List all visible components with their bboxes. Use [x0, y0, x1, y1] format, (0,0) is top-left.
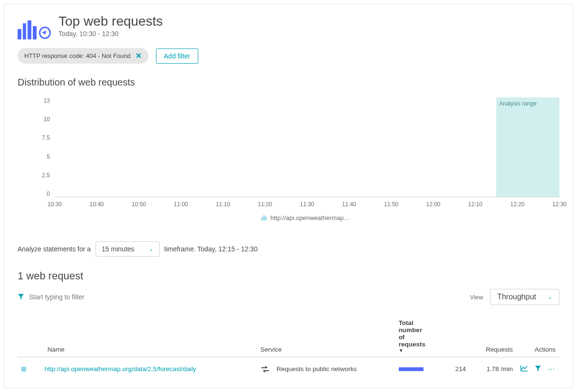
section-title: Distribution of web requests	[18, 77, 559, 88]
analyze-timeframe-dropdown[interactable]: 15 minutes ⌄	[96, 241, 159, 257]
filter-action-icon[interactable]	[535, 365, 541, 373]
view-value: Throughput	[497, 293, 536, 301]
requests-value: 1.78 /min	[470, 357, 517, 381]
header-icon	[18, 17, 51, 39]
close-icon[interactable]: ✕	[135, 51, 142, 60]
analyze-suffix: timeframe. Today, 12:15 - 12:30	[164, 245, 258, 253]
funnel-icon	[18, 293, 24, 301]
request-name-link[interactable]: http://api.openweathermap.org/data/2.5/f…	[45, 365, 196, 373]
filter-chip-value: 404 - Not Found	[86, 52, 131, 59]
series-color-icon	[21, 367, 26, 372]
col-total[interactable]: Total number of requests ▼	[395, 316, 433, 357]
page-header: Top web requests Today, 10:30 - 12:30	[18, 14, 559, 39]
view-label: View	[470, 294, 483, 301]
analyze-row: Analyze statements for a 15 minutes ⌄ ti…	[18, 241, 559, 257]
chart-x-axis: 10:3010:4010:5011:0011:1011:2011:3011:40…	[55, 201, 559, 211]
list-toolbar: Start typing to filter View Throughput ⌄	[18, 289, 559, 305]
page-title: Top web requests	[58, 14, 163, 29]
bars-icon	[261, 215, 267, 220]
service-name: Requests to public networks	[277, 365, 357, 373]
filter-chip-prefix: HTTP response code:	[24, 52, 86, 59]
requests-table: Name Service Total number of requests ▼ …	[18, 316, 559, 381]
table-row: http://api.openweathermap.org/data/2.5/f…	[18, 357, 559, 381]
network-icon	[260, 365, 270, 373]
sort-desc-icon: ▼	[399, 348, 429, 353]
col-name[interactable]: Name	[41, 316, 257, 357]
chevron-down-icon: ⌄	[548, 294, 552, 300]
col-requests[interactable]: Requests	[470, 316, 517, 357]
col-actions: Actions	[517, 316, 559, 357]
view-dropdown[interactable]: Throughput ⌄	[490, 289, 559, 305]
chart-action-icon[interactable]	[520, 365, 528, 373]
chart: 13107.552.50 Analysis range 10:3010:4010…	[52, 97, 559, 221]
list-title: 1 web request	[18, 270, 559, 282]
page-container: Top web requests Today, 10:30 - 12:30 HT…	[4, 4, 573, 388]
col-service[interactable]: Service	[257, 316, 395, 357]
more-action-icon[interactable]: ⋯	[548, 365, 556, 373]
filter-row: HTTP response code: 404 - Not Found ✕ Ad…	[18, 48, 559, 64]
list-filter-input[interactable]: Start typing to filter	[18, 293, 85, 301]
page-subtitle: Today, 10:30 - 12:30	[58, 30, 163, 38]
chevron-down-icon: ⌄	[149, 246, 154, 252]
chart-bars	[55, 97, 559, 197]
chart-plot[interactable]: Analysis range	[55, 97, 559, 197]
analyze-timeframe-value: 15 minutes	[102, 245, 134, 253]
list-filter-placeholder: Start typing to filter	[29, 293, 85, 301]
chart-legend: http://api.openweathermap…	[52, 214, 559, 221]
chart-y-axis: 13107.552.50	[33, 97, 50, 197]
total-value: 214	[433, 357, 470, 381]
analyze-prefix: Analyze statements for a	[18, 245, 91, 253]
filter-chip[interactable]: HTTP response code: 404 - Not Found ✕	[18, 48, 148, 64]
add-filter-button[interactable]: Add filter	[156, 48, 198, 64]
legend-label: http://api.openweathermap…	[270, 214, 350, 221]
total-bar	[399, 367, 423, 371]
